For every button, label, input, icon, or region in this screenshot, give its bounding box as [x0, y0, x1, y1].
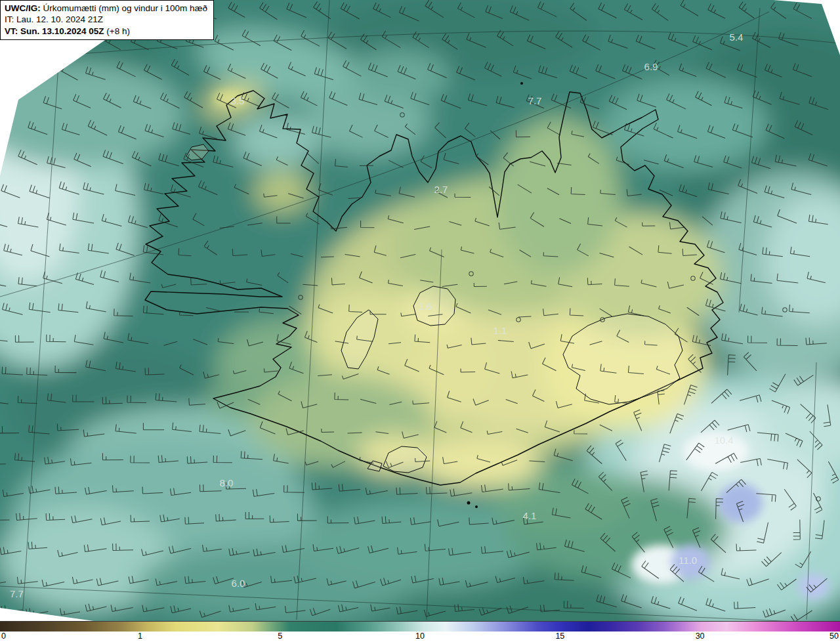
init-time-line: IT: Lau. 12. 10. 2024 21Z — [5, 14, 207, 25]
island-dot — [467, 502, 471, 505]
map-title-text: Úrkomumætti (mm) og vindur i 100m hæð — [43, 3, 208, 13]
island-dot — [520, 82, 523, 85]
precip-label: 4.1 — [523, 510, 537, 521]
colorbar-tick-label: 0 — [1, 631, 6, 641]
weather-map-window: 5.46.97.73.52.71.61.110.48.04.111.06.07.… — [0, 0, 840, 642]
precip-label: 3.5 — [231, 95, 245, 106]
precip-label: 6.9 — [644, 61, 658, 72]
colorbar-gradient — [0, 621, 840, 631]
map-title-box: UWC/IG: Úrkomumætti (mm) og vindur i 100… — [0, 0, 214, 40]
colorbar-tick-label: 30 — [696, 631, 705, 641]
precip-label: 5.4 — [730, 32, 744, 43]
precip-label: 7.7 — [528, 95, 542, 106]
valid-time-offset: (+8 h) — [106, 26, 130, 36]
valid-time-bold: VT: Sun. 13.10.2024 05Z — [5, 26, 104, 36]
valid-time-line: VT: Sun. 13.10.2024 05Z (+8 h) — [5, 26, 207, 37]
precip-label: 8.0 — [220, 477, 234, 488]
precipitation-wind-map: 5.46.97.73.52.71.61.110.48.04.111.06.07.… — [0, 0, 840, 642]
colorbar-tick-labels: 01510153050 — [0, 631, 840, 642]
colorbar-tick-label: 10 — [415, 631, 425, 641]
precip-label: 7.7 — [10, 588, 24, 599]
colorbar-tick-label: 1 — [138, 631, 142, 641]
island-dot — [475, 505, 478, 508]
colorbar-tick-label: 15 — [555, 631, 564, 641]
precip-label: 1.1 — [494, 325, 507, 336]
precip-label: 1.6 — [419, 301, 432, 312]
precip-label: 11.0 — [679, 555, 697, 566]
precip-label: 6.0 — [232, 578, 245, 589]
colorbar-tick-label: 5 — [278, 631, 282, 641]
map-title-line: UWC/IG: Úrkomumætti (mm) og vindur i 100… — [5, 3, 207, 14]
precip-colorbar: 01510153050 — [0, 621, 840, 642]
precip-label: 10.4 — [714, 435, 733, 446]
precip-label: 2.7 — [434, 184, 448, 195]
colorbar-tick-label: 50 — [830, 631, 839, 641]
product-code: UWC/IG: — [5, 3, 41, 13]
